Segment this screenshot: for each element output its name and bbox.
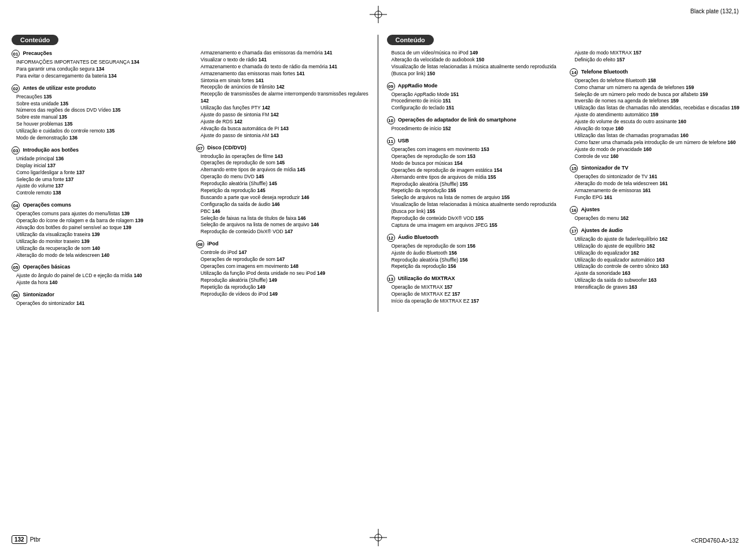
section-01-item-3: Para evitar o descarregamento da bateria…: [12, 73, 187, 80]
section-04-item-2: Operação do ícone de rolagem e da barra …: [12, 218, 187, 225]
toc-section-12: 12 Áudio Bluetooth Operações de reproduç…: [387, 234, 562, 271]
section-13-item-3: Início da operação de MIXTRAX EZ 157: [387, 298, 562, 305]
toc-section-07: 07 Disco (CD/DVD) Introdução às operaçõe…: [196, 144, 372, 236]
section-08-item-6: Repetição da reprodução 149: [196, 284, 372, 291]
left-col2-item-12: Ajuste do passo de sintonia AM 143: [196, 133, 372, 139]
section-07-number: 07: [196, 144, 204, 152]
section-16-number: 16: [570, 206, 578, 214]
section-04-item-6: Utilização da recuperação de som 140: [12, 245, 187, 252]
section-14-item-9: Utilização das listas de chamadas progra…: [570, 133, 744, 139]
section-13-number: 13: [387, 275, 395, 283]
section-12-number: 12: [387, 234, 395, 242]
section-02-item-6: Utilização e cuidados do controle remoto…: [12, 128, 187, 135]
toc-section-10: 10 Operações do adaptador de link do sma…: [387, 116, 562, 133]
section-02-item-3: Números das regiões de discos DVD Vídeo …: [12, 107, 187, 114]
section-02-number: 02: [12, 84, 20, 93]
section-17-item-2: Utilização do ajuste de equilíbrio 162: [570, 243, 744, 250]
section-17-item-5: Utilização do controle de centro sônico …: [570, 263, 744, 270]
section-14-item-6: Ajuste do atendimento automático 159: [570, 112, 744, 119]
section-12-item-1: Operações de reprodução de som 156: [387, 243, 562, 250]
section-04-title: 04 Operações comuns: [12, 201, 187, 209]
section-04-number: 04: [12, 201, 20, 209]
section-03-item-5: Ajuste do volume 137: [12, 183, 187, 190]
section-08-item-5: Reprodução aleatória (Shuffle) 149: [196, 277, 372, 284]
section-05-title: 05 Operações básicas: [12, 263, 187, 271]
section-07-item-1: Introdução às operações de filme 143: [196, 153, 372, 160]
left-col2-item-11: Ativação da busca automática de PI 143: [196, 126, 372, 133]
section-01-item-1: INFORMAÇÕES IMPORTANTES DE SEGURANÇA 134: [12, 59, 187, 66]
section-06-number: 06: [12, 291, 20, 299]
section-07-item-5: Reprodução aleatória (Shuffle) 145: [196, 181, 372, 187]
left-section-header: Conteúdo: [12, 35, 58, 45]
left-col-2: Armazenamento e chamada das emissoras da…: [196, 50, 372, 312]
section-07-item-7: Buscando a parte que você deseja reprodu…: [196, 194, 372, 201]
section-03-item-3: Como ligar/desligar a fonte 137: [12, 170, 187, 176]
section-11-item-11: Captura de uma imagem em arquivos JPEG 1…: [387, 222, 562, 229]
section-03-title: 03 Introdução aos botões: [12, 146, 187, 154]
section-07-item-12: Reprodução de conteúdo DivX® VOD 147: [196, 229, 372, 235]
section-11-item-2: Operações de reprodução de som 153: [387, 153, 562, 160]
section-11-item-5: Alternando entre tipos de arquivos de mí…: [387, 174, 562, 181]
footer-lang: Ptbr: [30, 536, 40, 543]
section-14-item-5: Utilização das listas de chamadas não at…: [570, 105, 744, 112]
section-07-item-4: Operação do menu DVD 145: [196, 174, 372, 181]
section-04-item-4: Utilização da visualização traseira 139: [12, 231, 187, 238]
section-06-item-1: Operações do sintonizador 141: [12, 300, 187, 307]
section-09-title: 09 AppRadio Mode: [387, 82, 562, 90]
left-col2-item-9: Ajuste do passo de sintonia FM 142: [196, 112, 372, 119]
section-10-title: 10 Operações do adaptador de link do sma…: [387, 116, 562, 124]
section-17-item-6: Ajuste da sonoridade 163: [570, 270, 744, 277]
section-14-item-7: Ajuste do volume de escuta do outro assi…: [570, 119, 744, 126]
right-columns: Busca de um vídeo/música no iPod 149 Alt…: [387, 50, 745, 310]
section-13-item-2: Operação de MIXTRAX EZ 157: [387, 291, 562, 298]
right-col1-item-2: Alteração da velocidade do audiobook 150: [387, 57, 562, 64]
section-07-item-3: Alternando entre tipos de arquivos de mí…: [196, 167, 372, 174]
left-col2-item-4: Armazenamento das emissoras mais fortes …: [196, 71, 372, 78]
section-06-title: 06 Sintonizador: [12, 291, 187, 299]
section-05-item-1: Ajuste do ângulo do painel de LCD e ejeç…: [12, 273, 187, 279]
section-04-item-3: Ativação dos botões do painel sensível a…: [12, 225, 187, 231]
toc-section-13: 13 Utilização do MIXTRAX Operação de MIX…: [387, 275, 562, 305]
section-17-title: 17 Ajustes de áudio: [570, 227, 744, 235]
section-01-title: 01 Precauções: [12, 50, 187, 58]
toc-section-04: 04 Operações comuns Operações comuns par…: [12, 201, 187, 259]
section-10-number: 10: [387, 116, 395, 124]
section-17-item-8: Intensificação de graves 163: [570, 284, 744, 291]
section-02-item-2: Sobre esta unidade 135: [12, 101, 187, 108]
footer-left: 132 Ptbr: [12, 535, 40, 544]
section-03-item-2: Display inicial 137: [12, 163, 187, 170]
section-04-item-1: Operações comuns para ajustes do menu/li…: [12, 211, 187, 218]
section-11-item-10: Reprodução de conteúdo DivX® VOD 155: [387, 215, 562, 222]
section-13-item-1: Operação de MIXTRAX 157: [387, 284, 562, 291]
section-11-number: 11: [387, 137, 395, 145]
section-04-item-5: Utilização do monitor traseiro 139: [12, 238, 187, 245]
section-07-item-9: PBC 146: [196, 208, 372, 215]
left-col2-item-2: Visualizar o texto de rádio 141: [196, 57, 372, 64]
section-07-title: 07 Disco (CD/DVD): [196, 144, 372, 152]
section-11-item-4: Operações de reprodução de imagem estáti…: [387, 167, 562, 174]
content-wrapper: Conteúdo 01 Precauções INFORMAÇÕES IMPOR…: [12, 35, 744, 312]
toc-section-16: 16 Ajustes Operações do menu 162: [570, 206, 744, 222]
section-10-item-1: Procedimento de início 152: [387, 126, 562, 133]
right-col-2: Ajuste do modo MIXTRAX 157 Definição do …: [570, 50, 744, 310]
section-14-item-1: Operações do telefone Bluetooth 158: [570, 78, 744, 84]
section-08-item-2: Operações de reprodução de som 147: [196, 256, 372, 263]
toc-section-02: 02 Antes de utilizar este produto Precau…: [12, 84, 187, 142]
section-15-item-4: Função EPG 161: [570, 194, 744, 201]
toc-section-17: 17 Ajustes de áudio Utilização do ajuste…: [570, 227, 744, 291]
section-03-item-6: Controle remoto 138: [12, 190, 187, 197]
section-08-item-3: Operações com imagens em movimento 148: [196, 263, 372, 270]
toc-section-08: 08 iPod Controle do iPod 147 Operações d…: [196, 240, 372, 297]
section-17-item-1: Utilização do ajuste de fader/equilíbrio…: [570, 236, 744, 243]
section-08-item-7: Reprodução de vídeos do iPod 149: [196, 291, 372, 298]
section-11-item-6: Reprodução aleatória (Shuffle) 155: [387, 181, 562, 188]
right-section-header: Conteúdo: [387, 35, 434, 45]
right-col2-item-2: Definição do efeito 157: [570, 57, 744, 64]
section-09-item-2: Procedimento de início 151: [387, 98, 562, 105]
section-17-number: 17: [570, 227, 578, 235]
toc-section-11: 11 USB Operações com imagens em moviment…: [387, 137, 562, 229]
section-12-item-3: Reprodução aleatória (Shuffle) 156: [387, 257, 562, 264]
section-17-item-4: Utilização do equalizador automático 163: [570, 257, 744, 264]
section-02-title: 02 Antes de utilizar este produto: [12, 84, 187, 93]
section-08-item-1: Controle do iPod 147: [196, 249, 372, 256]
